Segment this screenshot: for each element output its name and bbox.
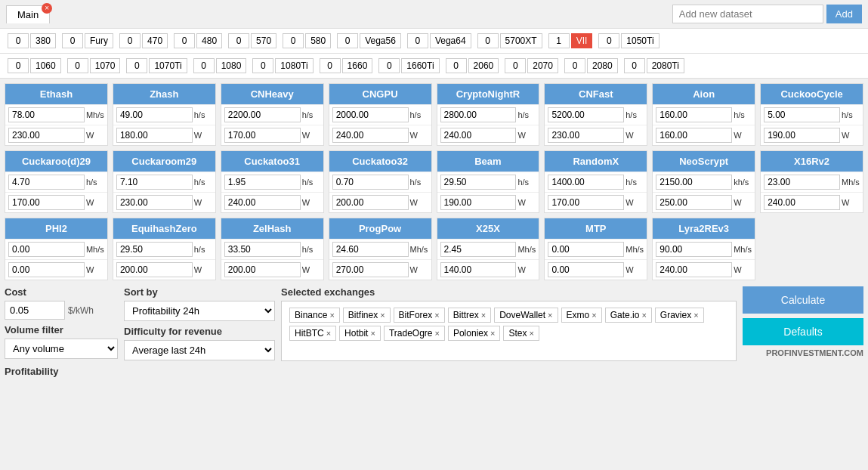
gpu-label: 480 <box>196 33 222 48</box>
main-tab[interactable]: Main × <box>6 5 50 23</box>
algo-power-input[interactable] <box>332 128 409 143</box>
algo-power-input[interactable] <box>764 128 840 143</box>
algo-speed-input[interactable] <box>548 175 624 190</box>
gpu-label: 1050Ti <box>621 33 659 48</box>
gpu-count-input[interactable] <box>598 33 619 48</box>
gpu-count-input[interactable] <box>252 58 273 73</box>
exchange-remove-button[interactable]: × <box>380 311 385 320</box>
algo-speed-input[interactable] <box>440 107 517 122</box>
algo-speed-input[interactable] <box>224 107 301 122</box>
gpu-count-input[interactable] <box>320 58 341 73</box>
gpu-count-input[interactable] <box>505 58 526 73</box>
algo-power-input[interactable] <box>332 262 409 277</box>
algo-power-input[interactable] <box>224 195 301 210</box>
diff-select[interactable]: Average last 24hCurrent difficulty <box>124 340 275 360</box>
gpu-count-input[interactable] <box>477 33 499 48</box>
algo-speed-input[interactable] <box>548 107 624 122</box>
algo-power-input[interactable] <box>656 195 732 210</box>
algo-power-input[interactable] <box>8 195 85 210</box>
algo-speed-input[interactable] <box>332 107 409 122</box>
gpu-count-input[interactable] <box>126 58 147 73</box>
algo-power-input[interactable] <box>224 262 301 277</box>
exchange-remove-button[interactable]: × <box>434 311 439 320</box>
gpu-count-input[interactable] <box>378 58 400 73</box>
algo-power-input[interactable] <box>440 262 517 277</box>
algo-speed-input[interactable] <box>8 242 85 257</box>
gpu-count-input[interactable] <box>193 58 215 73</box>
algo-power-input[interactable] <box>116 195 193 210</box>
volume-select[interactable]: Any volumeHigh volumeMedium volume <box>5 339 118 359</box>
algo-speed-input[interactable] <box>116 242 193 257</box>
algo-speed-input[interactable] <box>224 175 301 190</box>
algo-power-input[interactable] <box>440 128 517 143</box>
gpu-count-input[interactable] <box>337 33 358 48</box>
exchange-remove-button[interactable]: × <box>481 311 486 320</box>
algo-speed-input[interactable] <box>440 242 517 257</box>
gpu-count-input[interactable] <box>228 33 249 48</box>
sort-select[interactable]: Profitability 24hProfitability 1hRevenue <box>124 301 275 321</box>
gpu-count-input[interactable] <box>119 33 141 48</box>
algo-speed-input[interactable] <box>656 175 732 190</box>
gpu-count-input[interactable] <box>446 58 467 73</box>
algo-speed-input[interactable] <box>764 107 840 122</box>
exchange-remove-button[interactable]: × <box>592 311 596 320</box>
exchange-remove-button[interactable]: × <box>435 329 440 338</box>
gpu-count-input[interactable] <box>548 33 570 48</box>
exchange-remove-button[interactable]: × <box>529 329 533 338</box>
algo-power-input[interactable] <box>656 128 732 143</box>
gpu-count-input[interactable] <box>8 33 29 48</box>
exchange-remove-button[interactable]: × <box>370 329 375 338</box>
algo-power-input[interactable] <box>548 195 624 210</box>
gpu-count-input[interactable] <box>564 58 585 73</box>
add-dataset-input[interactable] <box>672 5 823 23</box>
defaults-button[interactable]: Defaults <box>743 318 863 345</box>
algo-power-input[interactable] <box>656 262 732 277</box>
algo-speed-input[interactable] <box>548 242 624 257</box>
algo-speed-input[interactable] <box>332 242 409 257</box>
algo-speed-unit: Mh/s <box>626 245 644 254</box>
gpu-count-input[interactable] <box>67 58 88 73</box>
algo-name: Cuckatoo32 <box>329 151 431 172</box>
exchange-tag: Gate.io× <box>605 308 652 323</box>
calculate-button[interactable]: Calculate <box>743 286 863 314</box>
gpu-label: 470 <box>142 33 168 48</box>
exchange-remove-button[interactable]: × <box>641 311 646 320</box>
algo-speed-input[interactable] <box>8 107 85 122</box>
algo-speed-input[interactable] <box>332 175 409 190</box>
gpu-count-input[interactable] <box>62 33 83 48</box>
gpu-count-input[interactable] <box>8 58 29 73</box>
algo-power-input[interactable] <box>332 195 409 210</box>
algo-speed-input[interactable] <box>764 175 840 190</box>
algo-card: Cuckaroom29h/sW <box>113 150 216 213</box>
algo-power-input[interactable] <box>548 262 624 277</box>
algo-power-input[interactable] <box>8 262 85 277</box>
gpu-count-input[interactable] <box>283 33 304 48</box>
exchange-remove-button[interactable]: × <box>329 311 334 320</box>
algo-name: MTP <box>545 218 647 239</box>
exchange-remove-button[interactable]: × <box>693 311 698 320</box>
algo-speed-input[interactable] <box>440 175 517 190</box>
algo-name: Lyra2REv3 <box>653 218 755 239</box>
exchange-remove-button[interactable]: × <box>490 329 495 338</box>
add-dataset-button[interactable]: Add <box>826 5 862 23</box>
algo-speed-input[interactable] <box>224 242 301 257</box>
algo-speed-input[interactable] <box>8 175 85 190</box>
algo-power-input[interactable] <box>764 195 840 210</box>
algo-speed-input[interactable] <box>656 107 732 122</box>
algo-power-input[interactable] <box>8 128 85 143</box>
gpu-count-input[interactable] <box>407 33 428 48</box>
algo-speed-input[interactable] <box>116 175 193 190</box>
algo-speed-input[interactable] <box>116 107 193 122</box>
algo-power-input[interactable] <box>548 128 624 143</box>
algo-power-input[interactable] <box>440 195 517 210</box>
algo-power-input[interactable] <box>224 128 301 143</box>
gpu-count-input[interactable] <box>174 33 195 48</box>
exchange-remove-button[interactable]: × <box>326 329 331 338</box>
exchange-remove-button[interactable]: × <box>548 311 552 320</box>
cost-input[interactable] <box>5 301 65 320</box>
algo-power-input[interactable] <box>116 262 193 277</box>
algo-power-input[interactable] <box>116 128 193 143</box>
gpu-count-input[interactable] <box>624 58 645 73</box>
algo-speed-input[interactable] <box>656 242 732 257</box>
tab-close-button[interactable]: × <box>42 3 52 14</box>
